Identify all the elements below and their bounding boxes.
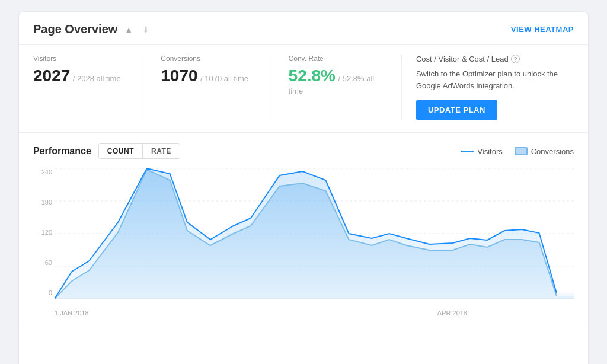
visitors-stat: Visitors 2027 / 2028 all time [33, 55, 146, 120]
conversions-stat: Conversions 1070 / 1070 all time [161, 55, 274, 120]
card-header: Page Overview ▲ ⬇ VIEW HEATMAP [19, 12, 588, 45]
y-label-60: 60 [33, 259, 52, 266]
view-heatmap-button[interactable]: VIEW HEATMAP [511, 25, 574, 34]
x-label-apr: APR 2018 [437, 309, 467, 317]
conversions-value: 1070 / 1070 all time [161, 66, 259, 85]
y-label-120: 120 [33, 229, 52, 236]
sort-down-icon[interactable]: ⬇ [140, 24, 152, 36]
y-axis-labels: 240 180 120 60 0 [33, 168, 52, 299]
y-label-0: 0 [33, 289, 52, 296]
x-label-jan: 1 JAN 2018 [55, 309, 88, 317]
sort-up-icon[interactable]: ▲ [122, 24, 135, 36]
tab-count[interactable]: COUNT [99, 144, 143, 158]
conversions-number: 1070 [161, 66, 197, 85]
conversions-legend-label: Conversions [531, 147, 574, 156]
conv-rate-label: Conv. Rate [289, 55, 387, 63]
page-overview-card: Page Overview ▲ ⬇ VIEW HEATMAP Visitors … [19, 12, 588, 364]
conv-rate-stat: Conv. Rate 52.8% / 52.8% all time [289, 55, 402, 120]
update-plan-button[interactable]: UPDATE PLAN [416, 100, 497, 120]
visitors-legend-line [461, 151, 474, 152]
stats-row: Visitors 2027 / 2028 all time Conversion… [19, 45, 588, 133]
visitors-number: 2027 [33, 66, 70, 85]
cost-info-icon[interactable]: ? [511, 55, 520, 63]
legend-visitors: Visitors [461, 147, 502, 156]
visitors-value: 2027 / 2028 all time [33, 66, 132, 85]
performance-title: Performance [33, 146, 91, 157]
legend-conversions: Conversions [515, 147, 574, 156]
cost-right: UPDATE PLAN [416, 97, 574, 120]
visitors-label: Visitors [33, 55, 132, 63]
cost-stat: Cost / Visitor & Cost / Lead ? Switch to… [416, 55, 574, 120]
chart-icon [27, 334, 532, 364]
hide-chart-button[interactable]: Hide Chart ▲ [19, 325, 588, 364]
svg-marker-6 [55, 168, 574, 299]
chart-svg [55, 168, 574, 299]
conversions-label: Conversions [161, 55, 259, 63]
perf-title-group: Performance COUNT RATE [33, 143, 180, 159]
cost-description: Switch to the Optimizer plan to unlock t… [416, 68, 574, 91]
performance-section: Performance COUNT RATE Visitors Conversi… [19, 133, 588, 323]
visitors-sub: / 2028 all time [73, 74, 121, 83]
title-group: Page Overview ▲ ⬇ [33, 23, 152, 36]
chart-container: 240 180 120 60 0 [33, 168, 574, 323]
cost-label: Cost / Visitor & Cost / Lead ? [416, 55, 574, 63]
tab-group: COUNT RATE [98, 143, 180, 159]
conversions-sub: / 1070 all time [200, 74, 248, 83]
chart-legend: Visitors Conversions [461, 147, 574, 156]
x-axis-labels: 1 JAN 2018 APR 2018 [55, 309, 574, 317]
y-label-240: 240 [33, 168, 52, 175]
y-label-180: 180 [33, 199, 52, 206]
conv-rate-value: 52.8% / 52.8% all time [289, 66, 387, 96]
conv-rate-number: 52.8% [289, 66, 336, 85]
visitors-legend-label: Visitors [477, 147, 502, 156]
performance-header: Performance COUNT RATE Visitors Conversi… [33, 143, 574, 159]
tab-rate[interactable]: RATE [143, 144, 180, 158]
page-title: Page Overview [33, 23, 117, 36]
conversions-legend-fill [515, 147, 528, 155]
chart-svg-area [55, 168, 574, 299]
